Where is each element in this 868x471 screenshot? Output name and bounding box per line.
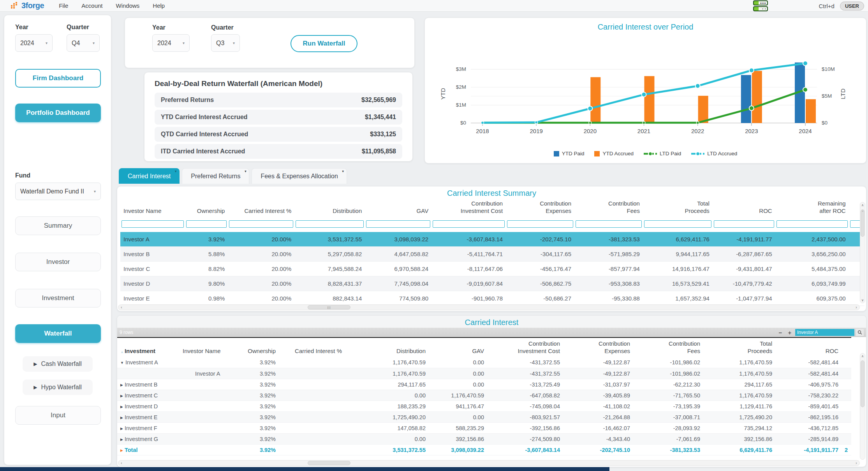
portfolio-dashboard-button[interactable]: Portfolio Dashboard <box>15 104 101 122</box>
sidebar-item-cash-waterfall[interactable]: ▶Cash Waterfall <box>23 356 93 372</box>
user-button[interactable]: USER <box>840 2 864 11</box>
table-row[interactable]: ▶Investment G3.92%0.00392,156.86-274,509… <box>117 434 851 445</box>
expand-arrow-icon[interactable]: ▶ <box>120 394 123 398</box>
column-header[interactable]: ROC <box>775 337 842 357</box>
column-filter-input[interactable] <box>121 220 184 228</box>
expand-arrow-icon[interactable]: ▶ <box>120 448 123 452</box>
detail-horizontal-scrollbar[interactable]: ‹ › <box>118 460 860 466</box>
table-row[interactable]: Investor A3.92%20.00%3,531,372.553,098,0… <box>120 232 864 247</box>
expand-arrow-icon[interactable]: ▶ <box>120 427 123 431</box>
column-header[interactable]: Remaining after ROC <box>775 199 849 217</box>
table-row[interactable]: Investor A3.92%1,176,470.590.00-431,372.… <box>117 368 851 379</box>
column-filter-input[interactable] <box>229 220 293 228</box>
tab-preferred-returns[interactable]: Preferred Returns▼ <box>182 168 249 184</box>
column-header[interactable]: Contribution Investment Cost <box>487 337 563 357</box>
sidebar-item-investor[interactable]: Investor <box>15 253 101 271</box>
column-filter-input[interactable] <box>433 220 505 228</box>
run-waterfall-button[interactable]: Run Waterfall <box>291 35 357 52</box>
table-row[interactable]: ▶Investment C3.92%0.001,176,470.59-647,0… <box>117 390 851 401</box>
table-search-input[interactable]: Investor A <box>795 329 854 336</box>
column-header[interactable]: Contribution Fees <box>633 337 703 357</box>
expand-arrow-icon[interactable]: ▶ <box>120 383 123 387</box>
search-icon[interactable] <box>856 329 864 336</box>
column-header[interactable]: ▲Investment <box>117 337 180 357</box>
table-row[interactable]: Investor D9.80%20.00%8,828,431.377,745,0… <box>120 276 864 291</box>
sidebar-item-waterfall[interactable]: Waterfall <box>15 324 101 343</box>
column-header[interactable]: Ownership <box>234 337 279 357</box>
column-filter-input[interactable] <box>296 220 364 228</box>
menu-item-windows[interactable]: Windows <box>116 2 140 9</box>
scroll-up-icon[interactable]: ∧ <box>861 353 864 359</box>
firm-dashboard-button[interactable]: Firm Dashboard <box>15 69 101 88</box>
expand-arrow-icon[interactable]: ▶ <box>120 416 123 420</box>
column-filter-input[interactable] <box>576 220 642 228</box>
column-filter-input[interactable] <box>366 220 430 228</box>
scrollbar-thumb[interactable] <box>308 461 350 465</box>
scroll-left-icon[interactable]: ‹ <box>118 461 125 465</box>
legend-item[interactable]: LTD Accrued <box>691 151 737 156</box>
table-row[interactable]: Investor B5.88%20.00%5,297,058.824,647,0… <box>120 247 864 262</box>
scroll-left-icon[interactable]: ‹ <box>118 305 125 309</box>
tab-fees-expenses-allocation[interactable]: Fees & Expenses Allocation▼ <box>252 168 347 184</box>
expand-all-button[interactable]: + <box>786 329 794 336</box>
table-row[interactable]: ▼Investment A3.92%1,176,470.590.00-431,3… <box>117 357 851 368</box>
table-row[interactable]: ▶Investment B3.92%294,117.650.00-313,725… <box>117 379 851 390</box>
collapse-all-button[interactable]: − <box>776 329 784 336</box>
column-filter-input[interactable] <box>776 220 848 228</box>
table-row[interactable]: ▶Investment D3.92%188,235.29941,176.47-7… <box>117 401 851 412</box>
legend-item[interactable]: LTD Paid <box>644 151 681 156</box>
scroll-up-icon[interactable]: ∧ <box>861 202 864 208</box>
column-header[interactable]: Investor Name <box>120 199 185 217</box>
column-header[interactable] <box>842 337 851 357</box>
column-header[interactable]: Contribution Expenses <box>563 337 633 357</box>
column-header[interactable]: Investor Name <box>180 337 234 357</box>
menu-item-help[interactable]: Help <box>153 2 165 9</box>
column-header[interactable]: Contribution Fees <box>574 199 643 217</box>
column-filter-input[interactable] <box>507 220 573 228</box>
scroll-right-icon[interactable]: › <box>853 305 859 309</box>
year-select[interactable]: 2024▾ <box>15 34 53 52</box>
column-header[interactable]: Carried Interest % <box>279 337 345 357</box>
detail-vertical-scrollbar[interactable]: ∧ <box>860 353 865 460</box>
column-header[interactable]: Ownership <box>185 199 228 217</box>
table-row[interactable]: ▶Total3.92%3,531,372.553,098,039.22-3,60… <box>117 445 851 455</box>
expand-arrow-icon[interactable]: ▶ <box>120 438 123 441</box>
expand-arrow-icon[interactable]: ▶ <box>120 405 123 409</box>
table-row[interactable]: ▶Investment F3.92%147,058.82588,235.29-3… <box>117 423 851 434</box>
sidebar-item-investment[interactable]: Investment <box>15 289 101 308</box>
sidebar-item-hypo-waterfall[interactable]: ▶Hypo Waterfall <box>23 380 93 395</box>
column-header[interactable]: Carried Interest % <box>228 199 294 217</box>
summary-horizontal-scrollbar[interactable]: ‹ ||| › <box>118 304 860 310</box>
column-filter-input[interactable] <box>644 220 711 228</box>
sidebar-item-input[interactable]: Input <box>15 406 101 425</box>
menu-item-file[interactable]: File <box>59 2 68 9</box>
scrollbar-thumb[interactable]: ≡ <box>861 209 864 237</box>
scroll-right-icon[interactable]: › <box>853 461 859 465</box>
legend-item[interactable]: YTD Paid <box>554 151 585 156</box>
scrollbar-thumb[interactable] <box>861 360 864 407</box>
scroll-down-icon[interactable]: ∨ <box>861 297 864 303</box>
table-row[interactable]: Investor C8.82%20.00%7,945,588.246,970,5… <box>120 262 864 276</box>
tab-carried-interest[interactable]: Carried Interest▼ <box>119 168 180 184</box>
menu-item-account[interactable]: Account <box>81 2 102 9</box>
fund-select[interactable]: Waterfall Demo Fund II▾ <box>15 183 101 200</box>
quarter-select[interactable]: Q4▾ <box>67 34 100 52</box>
column-filter-input[interactable] <box>186 220 227 228</box>
column-header[interactable]: Distribution <box>294 199 365 217</box>
table-row[interactable]: Investor E0.98%20.00%882,843.14774,509.8… <box>120 291 864 306</box>
column-header[interactable]: ROC <box>713 199 775 217</box>
column-filter-input[interactable] <box>714 220 774 228</box>
column-header[interactable]: Contribution Expenses <box>506 199 574 217</box>
column-header[interactable]: Distribution <box>345 337 429 357</box>
scrollbar-thumb[interactable]: ||| <box>308 305 350 309</box>
column-header[interactable]: Total Proceeds <box>703 337 775 357</box>
legend-item[interactable]: YTD Accrued <box>594 151 634 156</box>
column-header[interactable]: GAV <box>365 199 431 217</box>
column-header[interactable]: Contribution Investment Cost <box>431 199 506 217</box>
sidebar-item-summary[interactable]: Summary <box>15 216 101 235</box>
run-year-select[interactable]: 2024▾ <box>152 34 190 52</box>
summary-vertical-scrollbar[interactable]: ∧ ≡ ∨ <box>860 202 865 303</box>
expand-arrow-icon[interactable]: ▼ <box>120 361 124 365</box>
table-row[interactable]: ▶Investment E3.92%1,725,490.200.00-803,9… <box>117 412 851 423</box>
run-quarter-select[interactable]: Q3▾ <box>211 34 240 52</box>
